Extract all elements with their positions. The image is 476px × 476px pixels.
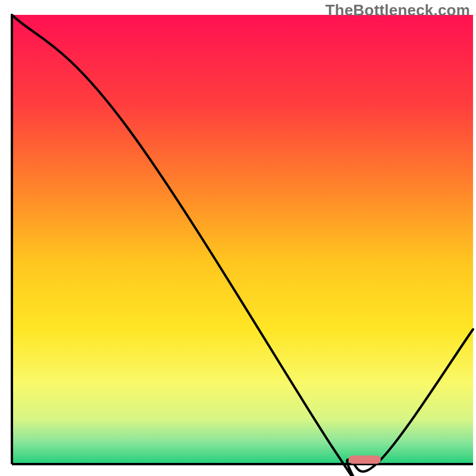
attribution-label: TheBottleneck.com	[325, 1, 470, 20]
plot-background	[12, 15, 473, 464]
bottleneck-chart: TheBottleneck.com	[0, 0, 476, 476]
optimal-marker	[349, 455, 381, 464]
chart-svg	[0, 0, 476, 476]
